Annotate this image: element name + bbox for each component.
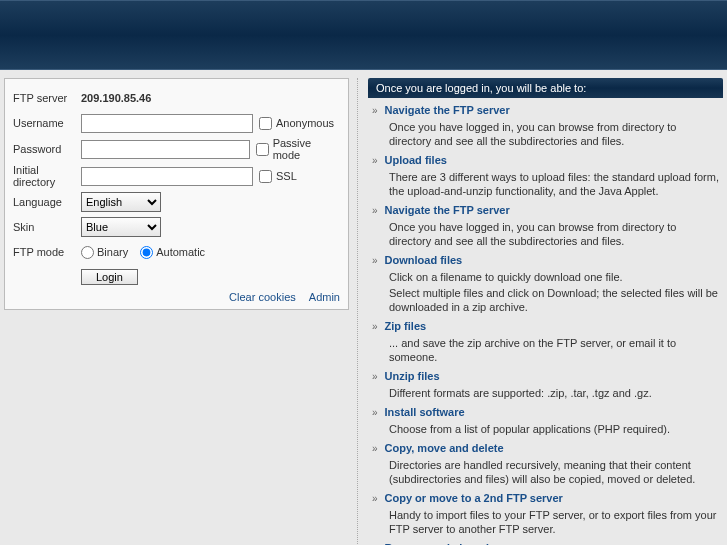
feature-row: »Navigate the FTP server xyxy=(372,104,719,118)
feature-row: »Unzip files xyxy=(372,370,719,384)
feature-row: »Copy, move and delete xyxy=(372,442,719,456)
chevron-right-icon: » xyxy=(372,406,378,420)
feature-row: »Upload files xyxy=(372,154,719,168)
chevron-right-icon: » xyxy=(372,154,378,168)
passive-checkbox[interactable] xyxy=(256,143,269,156)
feature-row: »Download files xyxy=(372,254,719,268)
automatic-radio[interactable] xyxy=(140,246,153,259)
info-panel: Once you are logged in, you will be able… xyxy=(357,78,723,545)
feature-row: »Install software xyxy=(372,406,719,420)
label-ftp-server: FTP server xyxy=(13,92,81,104)
feature-item: »Zip files... and save the zip archive o… xyxy=(372,320,719,364)
chevron-right-icon: » xyxy=(372,320,378,334)
anonymous-checkbox[interactable] xyxy=(259,117,272,130)
feature-desc: Click on a filename to quickly download … xyxy=(372,268,719,284)
binary-radio[interactable] xyxy=(81,246,94,259)
feature-item: »Copy, move and deleteDirectories are ha… xyxy=(372,442,719,486)
feature-item: »Unzip filesDifferent formats are suppor… xyxy=(372,370,719,400)
feature-row: »Copy or move to a 2nd FTP server xyxy=(372,492,719,506)
chevron-right-icon: » xyxy=(372,442,378,456)
feature-item: »Navigate the FTP serverOnce you have lo… xyxy=(372,104,719,148)
label-password: Password xyxy=(13,143,81,155)
chevron-right-icon: » xyxy=(372,370,378,384)
label-ftp-mode: FTP mode xyxy=(13,246,81,258)
feature-desc: Directories are handled recursively, mea… xyxy=(372,456,719,486)
initial-dir-input[interactable] xyxy=(81,167,253,186)
feature-title[interactable]: Navigate the FTP server xyxy=(385,104,510,116)
feature-list: »Navigate the FTP serverOnce you have lo… xyxy=(368,98,723,545)
feature-desc: There are 3 different ways to upload fil… xyxy=(372,168,719,198)
automatic-wrap[interactable]: Automatic xyxy=(140,246,205,259)
feature-item: »Install softwareChoose from a list of p… xyxy=(372,406,719,436)
header-banner xyxy=(0,0,727,70)
feature-desc: Once you have logged in, you can browse … xyxy=(372,118,719,148)
chevron-right-icon: » xyxy=(372,492,378,506)
feature-title[interactable]: Copy or move to a 2nd FTP server xyxy=(385,492,563,504)
feature-row: »Navigate the FTP server xyxy=(372,204,719,218)
chevron-right-icon: » xyxy=(372,254,378,268)
login-button[interactable]: Login xyxy=(81,269,138,285)
login-panel: FTP server 209.190.85.46 Username Anonym… xyxy=(4,78,349,310)
binary-label: Binary xyxy=(97,246,128,258)
feature-title[interactable]: Navigate the FTP server xyxy=(385,204,510,216)
feature-item: »Copy or move to a 2nd FTP serverHandy t… xyxy=(372,492,719,536)
feature-desc: Once you have logged in, you can browse … xyxy=(372,218,719,248)
anonymous-wrap[interactable]: Anonymous xyxy=(259,117,334,130)
anonymous-label: Anonymous xyxy=(276,117,334,129)
ssl-wrap[interactable]: SSL xyxy=(259,170,297,183)
feature-row: »Zip files xyxy=(372,320,719,334)
feature-item: »Download filesClick on a filename to qu… xyxy=(372,254,719,314)
password-input[interactable] xyxy=(81,140,250,159)
label-username: Username xyxy=(13,117,81,129)
feature-desc: Different formats are supported: .zip, .… xyxy=(372,384,719,400)
ssl-label: SSL xyxy=(276,170,297,182)
chevron-right-icon: » xyxy=(372,204,378,218)
skin-select[interactable]: Blue xyxy=(81,217,161,237)
clear-cookies-link[interactable]: Clear cookies xyxy=(229,291,296,303)
feature-desc: Select multiple files and click on Downl… xyxy=(372,284,719,314)
content: FTP server 209.190.85.46 Username Anonym… xyxy=(0,70,727,545)
admin-link[interactable]: Admin xyxy=(309,291,340,303)
language-select[interactable]: English xyxy=(81,192,161,212)
feature-desc: ... and save the zip archive on the FTP … xyxy=(372,334,719,364)
passive-wrap[interactable]: Passive mode xyxy=(256,137,340,161)
feature-item: »Upload filesThere are 3 different ways … xyxy=(372,154,719,198)
feature-title[interactable]: Zip files xyxy=(385,320,427,332)
feature-desc: Choose from a list of popular applicatio… xyxy=(372,420,719,436)
info-header: Once you are logged in, you will be able… xyxy=(368,78,723,98)
label-language: Language xyxy=(13,196,81,208)
passive-label: Passive mode xyxy=(273,137,340,161)
app-root: FTP server 209.190.85.46 Username Anonym… xyxy=(0,0,727,545)
ssl-checkbox[interactable] xyxy=(259,170,272,183)
binary-wrap[interactable]: Binary xyxy=(81,246,128,259)
feature-title[interactable]: Copy, move and delete xyxy=(385,442,504,454)
automatic-label: Automatic xyxy=(156,246,205,258)
ftp-server-value: 209.190.85.46 xyxy=(81,92,151,104)
label-initial-dir: Initial directory xyxy=(13,164,81,188)
feature-title[interactable]: Download files xyxy=(385,254,463,266)
label-skin: Skin xyxy=(13,221,81,233)
feature-title[interactable]: Upload files xyxy=(385,154,447,166)
feature-title[interactable]: Install software xyxy=(385,406,465,418)
username-input[interactable] xyxy=(81,114,253,133)
feature-desc: Handy to import files to your FTP server… xyxy=(372,506,719,536)
feature-item: »Navigate the FTP serverOnce you have lo… xyxy=(372,204,719,248)
chevron-right-icon: » xyxy=(372,104,378,118)
feature-title[interactable]: Unzip files xyxy=(385,370,440,382)
